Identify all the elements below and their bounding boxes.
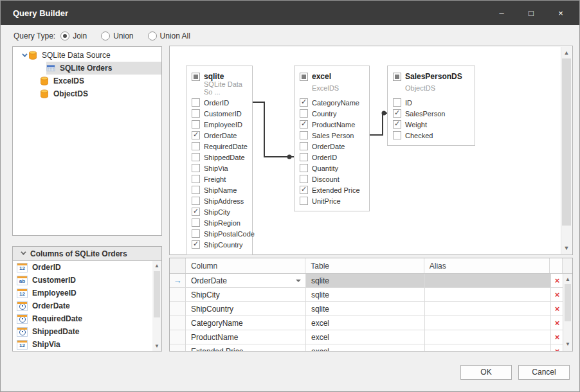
field-row[interactable]: ShipVia [186,163,252,174]
ok-button[interactable]: OK [460,365,512,380]
field-checkbox[interactable] [300,164,308,172]
diagram-scrollbar[interactable]: ▲ ▼ [561,47,572,254]
radio-join[interactable]: Join [60,31,87,40]
field-row[interactable]: ShipRegion [186,217,252,228]
header-column[interactable]: Column [186,258,305,273]
column-list-item[interactable]: 12 EmployeeID [13,287,161,299]
maximize-button[interactable]: □ [516,1,546,25]
grid-row[interactable]: → CategoryName excel × [170,316,572,330]
field-row[interactable]: ShipCountry [186,239,252,250]
field-row[interactable]: Sales Person [295,130,369,141]
radio-union-circle-icon[interactable] [101,31,110,40]
field-checkbox[interactable] [192,186,200,194]
field-row[interactable]: ShipAddress [186,195,252,206]
table-cell[interactable]: sqlite [306,274,425,287]
field-row[interactable]: CategoryName [295,97,369,108]
field-checkbox[interactable] [393,131,401,139]
field-checkbox[interactable] [300,142,308,150]
radio-union[interactable]: Union [101,31,133,40]
grid-row[interactable]: → Extended Price excel × [170,344,572,352]
table-cell[interactable]: sqlite [306,302,425,316]
column-cell[interactable]: ShipCity [186,288,306,301]
grid-row[interactable]: → ProductName excel × [170,330,572,344]
field-row[interactable]: OrderID [186,97,252,108]
table-card-sqlite[interactable]: sqlite SQLite Data So ... OrderID Custom… [186,66,253,255]
table-cell[interactable]: sqlite [306,288,425,301]
header-table[interactable]: Table [305,258,424,273]
scrollbar-thumb[interactable] [562,58,571,226]
table-card-excel[interactable]: excel ExcelDS CategoryName Country [294,66,370,211]
field-checkbox[interactable] [393,98,401,107]
field-checkbox[interactable] [192,218,200,227]
tree-item-sqlite-data-source[interactable]: SQLite Data Source [13,49,161,62]
alias-cell[interactable] [425,330,551,344]
alias-cell[interactable] [425,316,551,330]
field-row[interactable]: Extended Price [295,184,369,195]
field-row[interactable]: Quantity [295,163,369,174]
close-button[interactable]: × [546,1,575,25]
column-list-item[interactable]: ShippedDate [13,325,161,338]
field-checkbox[interactable] [300,131,308,139]
tree-item-objectds[interactable]: ObjectDS [13,87,161,100]
field-row[interactable]: OrderDate [295,141,369,152]
table-cell[interactable]: excel [306,344,425,352]
scrollbar-thumb[interactable] [154,271,160,317]
delete-row-button[interactable]: × [551,344,564,352]
tree-item-sqlite-orders[interactable]: SQLite Orders [13,62,161,75]
column-cell[interactable]: CategoryName [186,316,306,330]
column-list-item[interactable]: OrderDate [13,299,161,312]
field-row[interactable]: Weight [388,119,475,130]
field-checkbox[interactable] [192,240,200,249]
grid-row[interactable]: → ShipCountry sqlite × [170,302,572,316]
cancel-button[interactable]: Cancel [518,365,570,380]
field-checkbox[interactable] [192,131,200,139]
field-row[interactable]: Freight [186,174,252,184]
field-row[interactable]: ProductName [295,119,369,130]
field-row[interactable]: ShippedDate [186,152,252,163]
field-row[interactable]: CustomerID [186,108,252,119]
column-list-item[interactable]: ab CustomerID [13,274,161,287]
tree-item-excelds[interactable]: ExcelDS [13,75,161,87]
scroll-down-icon[interactable]: ▼ [561,245,572,251]
field-checkbox[interactable] [192,197,200,205]
titlebar[interactable]: Query Builder – □ × [1,1,579,25]
scroll-up-icon[interactable]: ▲ [561,49,572,56]
field-checkbox[interactable] [393,120,401,129]
field-row[interactable]: SalesPerson [388,108,475,119]
field-checkbox[interactable] [300,197,308,205]
delete-row-button[interactable]: × [551,274,564,287]
delete-row-button[interactable]: × [551,330,564,344]
table-card-salespersonds[interactable]: SalesPersonDS ObjectDS ID SalesPerson [387,66,475,146]
field-checkbox[interactable] [192,142,200,150]
grid-scrollbar[interactable]: ▲ ▼ [563,274,572,351]
delete-row-button[interactable]: × [551,316,564,330]
column-cell[interactable]: ProductName [186,330,306,344]
field-row[interactable]: Discount [295,174,369,184]
field-row[interactable]: OrderID [295,152,369,163]
field-row[interactable]: Country [295,108,369,119]
alias-cell[interactable] [425,274,551,287]
field-checkbox[interactable] [300,120,308,129]
table-cell[interactable]: excel [306,316,425,330]
field-checkbox[interactable] [192,109,200,118]
scroll-down-icon[interactable]: ▼ [152,343,161,349]
field-row[interactable]: Checked [388,130,475,141]
expander[interactable] [19,53,28,57]
column-list-item[interactable]: 12 OrderID [13,261,161,274]
table-select-checkbox[interactable] [192,73,200,81]
field-checkbox[interactable] [300,153,308,161]
minimize-button[interactable]: – [487,1,516,25]
field-checkbox[interactable] [192,98,200,107]
scrollbar-thumb[interactable] [565,284,571,321]
field-checkbox[interactable] [192,120,200,129]
column-cell[interactable]: Extended Price [186,344,306,352]
alias-cell[interactable] [425,302,551,316]
field-row[interactable]: RequiredDate [186,141,252,152]
grid-row[interactable]: → OrderDate sqlite × [170,274,572,288]
header-alias[interactable]: Alias [424,258,550,273]
column-list-item[interactable]: RequiredDate [13,312,161,325]
radio-union-all[interactable]: Union All [148,31,190,40]
field-row[interactable]: ShipCity [186,206,252,217]
field-checkbox[interactable] [192,164,200,172]
table-cell[interactable]: excel [306,330,425,344]
